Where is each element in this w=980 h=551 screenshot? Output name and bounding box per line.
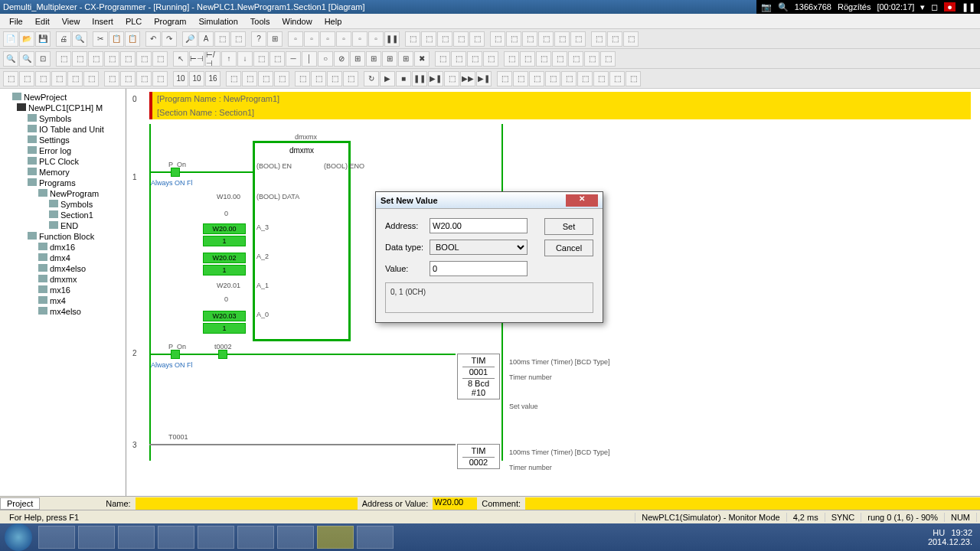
t2l[interactable]: ⊞: [366, 51, 381, 67]
print-icon[interactable]: 🖨: [56, 31, 71, 47]
hline-icon[interactable]: ─: [286, 51, 301, 67]
t3l[interactable]: 10: [189, 71, 204, 86]
vline-icon[interactable]: │: [302, 51, 317, 67]
tb-v[interactable]: ⬚: [591, 31, 606, 47]
pause2-icon[interactable]: ❚❚: [412, 71, 427, 86]
tb-m[interactable]: ⬚: [437, 31, 452, 47]
t3n[interactable]: ⬚: [226, 71, 241, 86]
coil-neg-icon[interactable]: ⊘: [334, 51, 349, 67]
tb-r[interactable]: ⬚: [522, 31, 537, 47]
tb-s[interactable]: ⬚: [538, 31, 554, 47]
start-button[interactable]: [5, 523, 32, 551]
t3f[interactable]: ⬚: [83, 71, 99, 86]
taskbar-cxprog[interactable]: [317, 526, 354, 549]
t3r[interactable]: ⬚: [295, 71, 310, 86]
t3ae[interactable]: ⬚: [626, 71, 641, 86]
tb-k[interactable]: ⬚: [405, 31, 420, 47]
t2y[interactable]: ⬚: [584, 51, 599, 67]
tb-a[interactable]: A: [198, 31, 214, 47]
t3u[interactable]: ⬚: [343, 71, 358, 86]
rec-down-icon[interactable]: ▾: [920, 2, 925, 12]
dialog-close-button[interactable]: ✕: [566, 194, 598, 207]
t2o[interactable]: ✖: [414, 51, 430, 67]
t3p[interactable]: ⬚: [258, 71, 273, 86]
t2s[interactable]: ⬚: [483, 51, 498, 67]
help-icon[interactable]: ?: [251, 31, 266, 47]
t2f[interactable]: ⬚: [136, 51, 152, 67]
menu-edit[interactable]: Edit: [29, 15, 56, 28]
taskbar-app1[interactable]: [198, 526, 234, 549]
rec-record-icon[interactable]: ●: [944, 2, 956, 11]
menu-plc[interactable]: PLC: [119, 15, 148, 28]
t3z[interactable]: ⬚: [545, 71, 560, 86]
t2w[interactable]: ⬚: [552, 51, 567, 67]
tb-o[interactable]: ⬚: [469, 31, 485, 47]
t2u[interactable]: ⬚: [520, 51, 535, 67]
t3ac[interactable]: ⬚: [593, 71, 609, 86]
t3o[interactable]: ⬚: [242, 71, 257, 86]
project-tab[interactable]: Project: [0, 497, 40, 510]
tb-b[interactable]: ⬚: [214, 31, 230, 47]
tb-j[interactable]: ▫: [368, 31, 384, 47]
t2x[interactable]: ⬚: [568, 51, 583, 67]
refresh-icon[interactable]: ↻: [364, 71, 379, 86]
copy-icon[interactable]: 📋: [109, 31, 124, 47]
t2g[interactable]: ⬚: [152, 51, 168, 67]
t3y[interactable]: ⬚: [529, 71, 544, 86]
system-tray[interactable]: HU 19:32 2014.12.23.: [920, 528, 980, 546]
tb-x[interactable]: ⬚: [623, 31, 639, 47]
t3b[interactable]: ⬚: [19, 71, 34, 86]
t3e[interactable]: ⬚: [67, 71, 83, 86]
cut-icon[interactable]: ✂: [93, 31, 108, 47]
t3k[interactable]: 10: [173, 71, 188, 86]
coil-icon[interactable]: ○: [318, 51, 333, 67]
t2k[interactable]: ⬚: [270, 51, 285, 67]
rec-pause-icon[interactable]: ❚❚: [962, 2, 975, 12]
taskbar-media[interactable]: [118, 526, 155, 549]
t2q[interactable]: ⬚: [451, 51, 466, 67]
find-icon[interactable]: 🔎: [182, 31, 198, 47]
taskbar-ie[interactable]: [38, 526, 75, 549]
taskbar-app3[interactable]: [357, 526, 394, 549]
t2z[interactable]: ⬚: [600, 51, 616, 67]
w2002-cell[interactable]: W20.02: [203, 253, 246, 263]
t3q[interactable]: ⬚: [274, 71, 289, 86]
tb-u[interactable]: ⬚: [570, 31, 586, 47]
tb-p[interactable]: ⬚: [490, 31, 505, 47]
tb-i[interactable]: ▫: [352, 31, 368, 47]
t2a[interactable]: ⬚: [56, 51, 71, 67]
t3c[interactable]: ⬚: [35, 71, 51, 86]
t3g[interactable]: ⬚: [104, 71, 119, 86]
set-button[interactable]: Set: [544, 218, 593, 235]
menu-tools[interactable]: Tools: [244, 15, 276, 28]
t2b[interactable]: ⬚: [72, 51, 87, 67]
datatype-select[interactable]: BOOL: [430, 240, 528, 255]
tray-lang[interactable]: HU: [933, 528, 945, 537]
w2003-cell[interactable]: W20.03: [203, 311, 246, 321]
address-input[interactable]: [430, 218, 528, 233]
tb-t[interactable]: ⬚: [554, 31, 570, 47]
contact-nc-icon[interactable]: ⊢/⊣: [205, 51, 220, 67]
ff-icon[interactable]: ▶▶: [460, 71, 475, 86]
open-icon[interactable]: 📂: [19, 31, 34, 47]
t3d[interactable]: ⬚: [51, 71, 67, 86]
tb-h[interactable]: ▫: [336, 31, 351, 47]
w2000-cell[interactable]: W20.00: [203, 223, 246, 234]
menu-help[interactable]: Help: [318, 15, 348, 28]
t2i[interactable]: ↓: [237, 51, 253, 67]
t2n[interactable]: ⊞: [398, 51, 413, 67]
tb-q[interactable]: ⬚: [506, 31, 521, 47]
zoom-fit-icon[interactable]: ⊡: [35, 51, 51, 67]
zoom-out-icon[interactable]: 🔍: [19, 51, 34, 67]
tb-l[interactable]: ⬚: [421, 31, 436, 47]
tb-f[interactable]: ▫: [304, 31, 319, 47]
taskbar-chrome[interactable]: [237, 526, 274, 549]
t3x[interactable]: ⬚: [513, 71, 528, 86]
taskbar-app2[interactable]: [277, 526, 314, 549]
t2p[interactable]: ⬚: [435, 51, 450, 67]
end-icon[interactable]: ▶❚: [476, 71, 492, 86]
menu-program[interactable]: Program: [148, 15, 192, 28]
taskbar-firefox[interactable]: [158, 526, 194, 549]
play-icon[interactable]: ▶: [380, 71, 395, 86]
undo-icon[interactable]: ↶: [145, 31, 161, 47]
